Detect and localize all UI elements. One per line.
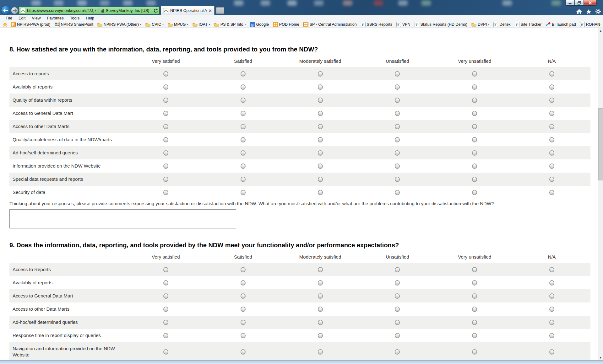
url-text[interactable]: https://www.surveymonkey.com/r/NV22FLL [27,8,90,13]
radio-button[interactable] [163,98,168,103]
radio-button[interactable] [318,124,323,129]
radio-button[interactable] [318,177,323,182]
favorite-dvpi[interactable]: DVPI▾ [471,22,489,27]
radio-button[interactable] [395,320,400,325]
radio-button[interactable] [241,137,246,142]
favorite-npirs-pwa-other[interactable]: NPIRS PWA (Other)▾ [97,22,141,27]
radio-button[interactable] [395,98,400,103]
radio-button[interactable] [472,137,477,142]
radio-button[interactable] [241,150,246,156]
radio-button[interactable] [395,333,400,338]
radio-button[interactable] [472,293,477,299]
favorite-vpn[interactable]: eVPN [396,22,410,27]
new-tab-button[interactable] [216,7,224,14]
radio-button[interactable] [472,320,477,325]
radio-button[interactable] [318,163,323,169]
menu-item-file[interactable]: File [3,16,15,20]
radio-button[interactable] [241,190,246,195]
favorite-sp-central-administration[interactable]: SP - Central Administration [303,22,357,27]
favorite-npirs-pwa-prod[interactable]: PNPIRS-PWA (prod) [11,22,51,27]
radio-button[interactable] [472,349,477,355]
radio-button[interactable] [395,307,400,312]
radio-button[interactable] [472,267,477,272]
radio-button[interactable] [318,267,323,272]
radio-button[interactable] [318,320,323,325]
tab-close-icon[interactable]: ✕ [209,8,212,13]
scrollbar-thumb[interactable] [598,108,603,180]
radio-button[interactable] [395,111,400,116]
radio-button[interactable] [241,84,246,90]
favorite-ioat[interactable]: IOAT▾ [193,22,210,27]
radio-button[interactable] [241,267,246,272]
radio-button[interactable] [163,333,168,338]
radio-button[interactable] [163,267,168,272]
tools-button[interactable] [595,9,601,14]
radio-button[interactable] [241,163,246,169]
menu-item-edit[interactable]: Edit [15,16,29,20]
scroll-up-button[interactable]: ▲ [598,28,603,33]
radio-button[interactable] [241,349,246,355]
radio-button[interactable] [472,84,477,90]
radio-button[interactable] [318,307,323,312]
refresh-button[interactable] [152,8,158,13]
radio-button[interactable] [163,349,168,355]
radio-button[interactable] [241,71,246,77]
radio-button[interactable] [472,333,477,338]
radio-button[interactable] [163,137,168,142]
radio-button[interactable] [472,98,477,103]
radio-button[interactable] [549,349,554,355]
radio-button[interactable] [318,150,323,156]
radio-button[interactable] [472,150,477,156]
radio-button[interactable] [395,190,400,195]
radio-button[interactable] [395,71,400,77]
radio-button[interactable] [318,111,323,116]
radio-button[interactable] [395,349,400,355]
radio-button[interactable] [318,71,323,77]
favorites-overflow-button[interactable]: » [598,22,600,27]
radio-button[interactable] [395,84,400,90]
favorites-button[interactable] [586,9,591,14]
favorite-site-tracker[interactable]: eSite Tracker [515,22,542,27]
radio-button[interactable] [549,190,554,195]
radio-button[interactable] [241,124,246,129]
radio-button[interactable] [549,84,554,90]
radio-button[interactable] [163,177,168,182]
radio-button[interactable] [163,163,168,169]
radio-button[interactable] [163,124,168,129]
favorite-ssrs-reports[interactable]: eSSRS Reports [361,22,392,27]
radio-button[interactable] [318,84,323,90]
favorite-status-reports-hd-demo[interactable]: eStatus Reports (HD Demo) [415,22,467,27]
radio-button[interactable] [241,111,246,116]
radio-button[interactable] [241,307,246,312]
radio-button[interactable] [163,84,168,90]
radio-button[interactable] [549,307,554,312]
radio-button[interactable] [472,280,477,286]
radio-button[interactable] [318,280,323,286]
radio-button[interactable] [472,124,477,129]
scroll-down-button[interactable]: ▼ [598,355,603,360]
browser-tab[interactable]: NPIRS Operational Analysis ... ✕ [161,6,215,15]
radio-button[interactable] [241,177,246,182]
radio-button[interactable] [472,163,477,169]
radio-button[interactable] [318,349,323,355]
forward-button[interactable] [11,7,18,14]
radio-button[interactable] [549,333,554,338]
radio-button[interactable] [549,71,554,77]
radio-button[interactable] [549,137,554,142]
search-dropdown-icon[interactable]: ▾ [95,9,96,12]
radio-button[interactable] [241,280,246,286]
radio-button[interactable] [549,124,554,129]
radio-button[interactable] [395,177,400,182]
radio-button[interactable] [549,293,554,299]
lock-icon[interactable] [101,8,105,13]
radio-button[interactable] [395,280,400,286]
ev-certificate-label[interactable]: SurveyMonkey, Inc [US] [106,8,149,13]
radio-button[interactable] [318,333,323,338]
radio-button[interactable] [549,280,554,286]
favorite-pod-home[interactable]: POD Home [273,22,299,27]
comment-textarea[interactable] [9,209,236,228]
radio-button[interactable] [241,320,246,325]
radio-button[interactable] [163,320,168,325]
favorite-cpic[interactable]: CPIC▾ [145,22,164,27]
menu-item-favorites[interactable]: Favorites [44,16,67,20]
